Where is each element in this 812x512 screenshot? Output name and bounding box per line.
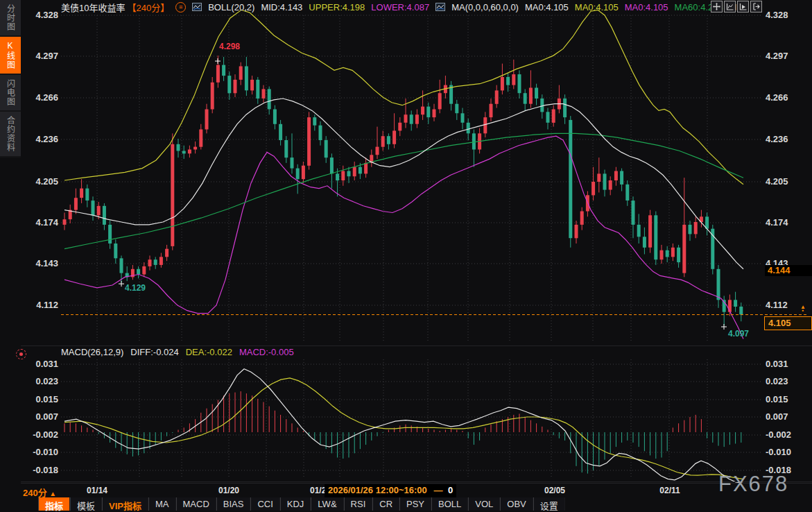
sidebar-tab-active[interactable]: K线图 xyxy=(0,37,21,75)
date-label: 01/14 xyxy=(85,486,110,495)
time-axis-row: 240分 ▲ 01/1401/2001/2602/0502/11 2026/01… xyxy=(21,483,812,498)
boll-chart-icon[interactable] xyxy=(192,3,202,11)
sidebar-tab-item[interactable]: 合约资料 xyxy=(0,112,21,157)
bar-time-tooltip: 2026/01/26 12:00~16:00 — 0 xyxy=(325,484,456,497)
y-axis-label: 4.266 xyxy=(766,92,807,103)
bar-time-range: 2026/01/26 12:00~16:00 xyxy=(328,485,427,495)
play-chart-icon[interactable] xyxy=(737,1,749,12)
period-text: 240分 xyxy=(23,488,47,498)
toolbar-item-[interactable]: 指标 xyxy=(38,497,70,511)
toolbar-item-vip[interactable]: VIP指标 xyxy=(102,497,148,511)
y-axis-label: -0.002 xyxy=(24,429,58,440)
y-axis-label: 0.031 xyxy=(766,359,807,369)
sidebar-tabs: 分时图K线图闪电图合约资料 xyxy=(0,0,21,157)
y-axis-label: 0.023 xyxy=(766,376,807,386)
sidebar: 分时图K线图闪电图合约资料 xyxy=(0,0,21,512)
boll-upper-value: UPPER:4.198 xyxy=(309,2,365,12)
period-caret-icon: ▲ xyxy=(49,490,56,497)
period-badge[interactable]: 【240分】 xyxy=(127,1,169,14)
toolbar-item-ma[interactable]: MA xyxy=(148,497,176,511)
y-axis-label: 0.023 xyxy=(24,376,58,386)
toolbar-item-psy[interactable]: PSY xyxy=(399,497,431,511)
extreme-price-label: 4.129 xyxy=(125,283,146,293)
boll-mid-value: MID:4.143 xyxy=(261,2,302,12)
toolbar-item-cr[interactable]: CR xyxy=(372,497,399,511)
frame-chart-icon[interactable] xyxy=(724,1,736,12)
y-axis-label: -0.010 xyxy=(24,447,58,457)
ma-label: MA(0,0,0,60,0,0) xyxy=(451,2,519,12)
y-axis-label: 4.328 xyxy=(24,10,58,20)
extreme-price-label: 4.298 xyxy=(219,42,240,51)
pane-separator xyxy=(21,345,812,346)
date-label: 01/20 xyxy=(216,486,241,495)
y-axis-label: 4.236 xyxy=(766,134,807,144)
instrument-title: 美债10年收益率 xyxy=(61,1,125,14)
export-icon[interactable] xyxy=(750,1,762,12)
macd-bottom-separator xyxy=(21,481,812,482)
ma0-white-value: MA0:4.105 xyxy=(525,2,569,12)
window-controls xyxy=(711,1,762,12)
fx678-watermark: FX678 xyxy=(718,472,788,497)
toolbar-item-bias[interactable]: BIAS xyxy=(216,497,251,511)
y-axis-label: 4.205 xyxy=(24,176,58,187)
y-axis-label: 0.007 xyxy=(766,411,807,422)
y-axis-label: 0.007 xyxy=(24,411,58,422)
indicator-menu-icon[interactable]: ≡ xyxy=(175,2,186,12)
extreme-price-label: 4.097 xyxy=(728,329,749,339)
boll-label: BOLL(20,2) xyxy=(208,2,254,12)
toolbar-item-kdj[interactable]: KDJ xyxy=(280,497,311,511)
date-label: 02/05 xyxy=(542,486,567,495)
y-axis-label: 4.297 xyxy=(766,51,807,61)
y-axis-label: -0.010 xyxy=(766,447,807,457)
last-price-badge: 4.105 xyxy=(764,316,812,330)
sidebar-tab-item[interactable]: 闪电图 xyxy=(0,75,21,112)
tooltip-dash: — xyxy=(433,485,442,495)
toolbar-item-obv[interactable]: OBV xyxy=(500,497,533,511)
scroll-to-latest-icon[interactable]: ▲▪ xyxy=(798,305,808,312)
macd-dea-value: DEA:-0.022 xyxy=(186,347,232,358)
toolbar-item-[interactable]: 设置 xyxy=(533,497,565,511)
trading-terminal: 分时图K线图闪电图合约资料 美债10年收益率 【240分】 ≡ BOLL(20,… xyxy=(0,0,812,512)
macd-params-label: MACD(26,12,9) xyxy=(61,347,123,358)
toolbar-item-rsi[interactable]: RSI xyxy=(344,497,373,511)
y-axis-label: 4.266 xyxy=(24,92,58,103)
y-axis-label: -0.018 xyxy=(24,465,58,475)
sidebar-tab-item[interactable]: 分时图 xyxy=(0,0,21,37)
y-axis-label: 4.328 xyxy=(766,10,807,20)
macd-diff-value: DIFF:-0.024 xyxy=(130,347,178,358)
macd-header: MACD(26,12,9) DIFF:-0.024 DEA:-0.022 MAC… xyxy=(61,347,294,358)
settlement-price-badge: 4.144 xyxy=(765,265,812,276)
y-axis-label: 4.236 xyxy=(24,134,58,144)
y-axis-label: 4.112 xyxy=(24,300,58,310)
indicator-toolbar: 指标模板VIP指标MAMACDBIASCCIKDJLW&RSICRPSYBOLL… xyxy=(38,497,565,512)
toolbar-item-vol[interactable]: VOL xyxy=(468,497,500,511)
bar-volume-value: 0 xyxy=(448,485,453,495)
y-axis-label: 4.143 xyxy=(24,258,58,268)
y-axis-label: -0.002 xyxy=(766,429,807,440)
toolbar-item-lw[interactable]: LW& xyxy=(311,497,343,511)
candlestick-macd-chart-canvas[interactable] xyxy=(0,0,812,512)
boll-lower-value: LOWER:4.087 xyxy=(371,2,429,12)
indicator-header: 美债10年收益率 【240分】 ≡ BOLL(20,2) MID:4.143 U… xyxy=(61,1,737,12)
toolbar-item-cci[interactable]: CCI xyxy=(250,497,279,511)
toolbar-item-macd[interactable]: MACD xyxy=(176,497,216,511)
y-axis-label: 4.297 xyxy=(24,51,58,61)
toolbar-item-boll[interactable]: BOLL xyxy=(431,497,468,511)
ma0-magenta-value: MA0:4.105 xyxy=(625,2,668,12)
y-axis-label: 4.174 xyxy=(766,217,807,228)
y-axis-label: 0.031 xyxy=(24,359,58,369)
macd-macd-value: MACD:-0.005 xyxy=(239,347,294,358)
toolbar-item-[interactable]: 模板 xyxy=(70,497,102,511)
pan-icon[interactable] xyxy=(711,1,723,12)
y-axis-label: 4.205 xyxy=(766,176,807,187)
ma0-yellow-value: MA0:4.105 xyxy=(575,2,619,12)
y-axis-label: 0.015 xyxy=(24,394,58,404)
y-axis-label: 4.174 xyxy=(24,217,58,228)
ma-chart-icon[interactable] xyxy=(435,3,445,11)
date-label: 02/11 xyxy=(657,486,682,495)
y-axis-label: 0.015 xyxy=(766,394,807,404)
